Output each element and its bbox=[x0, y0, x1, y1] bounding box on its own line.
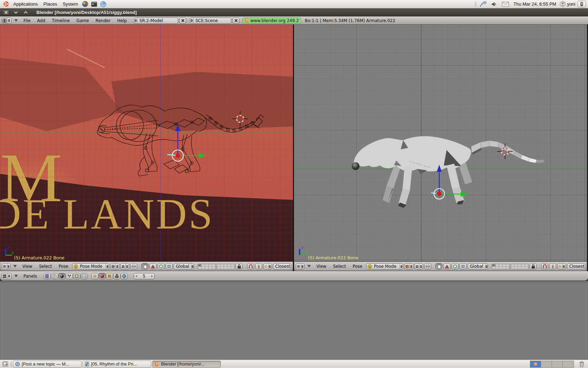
manipulator-widget-button[interactable] bbox=[424, 263, 431, 270]
menu-applications[interactable]: Applications bbox=[10, 1, 41, 7]
workspace-3[interactable] bbox=[552, 361, 563, 367]
lamp-buttons-button[interactable] bbox=[91, 273, 98, 279]
scene-context-button[interactable] bbox=[80, 273, 88, 279]
manipulator-translate-button[interactable] bbox=[149, 263, 156, 270]
terminal-launcher-icon[interactable] bbox=[91, 1, 98, 8]
screen-selector-stepper[interactable] bbox=[134, 18, 138, 23]
script-context-button[interactable] bbox=[51, 273, 58, 279]
manipulator-hand-button[interactable] bbox=[435, 263, 442, 270]
orientation-stepper[interactable] bbox=[191, 264, 194, 269]
editing-context-button[interactable] bbox=[73, 273, 80, 279]
menu-view[interactable]: View bbox=[314, 264, 329, 269]
volume-icon[interactable] bbox=[491, 1, 498, 8]
panels-menu[interactable]: Panels bbox=[21, 274, 40, 279]
logic-context-button[interactable] bbox=[44, 273, 51, 279]
snap-target-dropdown[interactable]: Closest bbox=[273, 263, 291, 270]
panel-grip[interactable] bbox=[475, 2, 476, 7]
browser-orb-launcher-icon[interactable] bbox=[100, 1, 107, 8]
ubuntu-logo-icon[interactable] bbox=[2, 1, 9, 8]
layer-buttons-group2[interactable] bbox=[217, 263, 234, 270]
window-minimize-button[interactable] bbox=[12, 9, 20, 15]
mode-dropdown[interactable]: Pose Mode bbox=[366, 263, 403, 270]
snap-magnet-button[interactable] bbox=[247, 263, 254, 270]
menu-select[interactable]: Select bbox=[330, 264, 349, 269]
pivot-stepper[interactable] bbox=[419, 264, 422, 269]
pivot-button[interactable]: Ω bbox=[414, 263, 423, 270]
lock-layers-button[interactable] bbox=[530, 263, 537, 270]
manipulator-hand-button[interactable] bbox=[141, 263, 148, 270]
manipulator-translate-button[interactable] bbox=[443, 263, 450, 270]
manipulator-rotate-button[interactable] bbox=[158, 263, 164, 270]
radiosity-buttons-button[interactable] bbox=[113, 273, 120, 279]
user-menu[interactable]: yoni bbox=[560, 1, 575, 7]
window-close-button[interactable] bbox=[2, 9, 10, 15]
taskbar-grip[interactable] bbox=[10, 362, 12, 367]
snap-target-dropdown[interactable]: Closest bbox=[567, 263, 585, 270]
taskbar-window-blender[interactable]: Blender [/home/yoni/... bbox=[152, 361, 221, 368]
header-collapse-icon[interactable] bbox=[14, 275, 18, 279]
window-type-stepper[interactable] bbox=[301, 264, 303, 269]
orientation-stepper[interactable] bbox=[485, 264, 488, 269]
window-type-3dview-button[interactable] bbox=[2, 263, 10, 270]
window-type-info-button[interactable]: i bbox=[1, 18, 12, 24]
texture-buttons-button[interactable] bbox=[106, 273, 113, 279]
menu-game[interactable]: Game bbox=[74, 18, 92, 23]
taskbar-window-forum[interactable]: [Post a new topic — M... bbox=[13, 361, 82, 368]
menu-help[interactable]: Help bbox=[114, 18, 130, 23]
frame-increment-icon[interactable] bbox=[151, 275, 153, 278]
menu-pose[interactable]: Pose bbox=[350, 264, 365, 269]
viewport-left-canvas[interactable]: M DE LANDS bbox=[0, 25, 293, 262]
window-type-buttons-button[interactable] bbox=[1, 273, 12, 279]
firefox-launcher-icon[interactable] bbox=[82, 1, 89, 8]
menu-render[interactable]: Render bbox=[93, 18, 113, 23]
screen-selector[interactable]: SR:2-Model bbox=[134, 18, 178, 24]
snap-mode-stepper[interactable] bbox=[562, 264, 565, 269]
window-maximize-button[interactable] bbox=[22, 9, 29, 15]
material-buttons-button[interactable] bbox=[99, 273, 106, 279]
menu-system[interactable]: System bbox=[60, 1, 80, 7]
menu-file[interactable]: File bbox=[21, 18, 33, 23]
tablet-pen-icon[interactable] bbox=[479, 1, 486, 8]
panel-clock[interactable]: Thu Mar 24, 6:55 PM bbox=[512, 1, 558, 7]
snap-mode-button[interactable] bbox=[557, 263, 566, 270]
menu-pose[interactable]: Pose bbox=[56, 264, 71, 269]
menu-timeline[interactable]: Timeline bbox=[49, 18, 72, 23]
shading-context-button[interactable] bbox=[58, 273, 65, 279]
mode-stepper[interactable] bbox=[400, 264, 403, 269]
menu-view[interactable]: View bbox=[20, 264, 35, 269]
screen-delete-button[interactable] bbox=[179, 18, 186, 24]
layer-buttons-group1[interactable] bbox=[492, 263, 510, 270]
header-collapse-icon[interactable] bbox=[13, 265, 17, 269]
manipulator-widget-button[interactable] bbox=[130, 263, 137, 270]
object-context-button[interactable] bbox=[66, 273, 73, 279]
snap-mode-button[interactable] bbox=[263, 263, 272, 270]
pivot-stepper[interactable] bbox=[125, 264, 128, 269]
layer-buttons-group2[interactable] bbox=[511, 263, 528, 270]
frame-number-field[interactable]: 5 bbox=[134, 273, 155, 279]
menu-select[interactable]: Select bbox=[36, 264, 55, 269]
menu-places[interactable]: Places bbox=[41, 1, 60, 7]
orientation-dropdown[interactable]: Global bbox=[468, 263, 488, 270]
scene-selector[interactable]: SCE:Scene bbox=[190, 18, 231, 24]
manipulator-rotate-button[interactable] bbox=[451, 263, 458, 270]
header-collapse-icon[interactable] bbox=[14, 19, 18, 23]
scene-selector-stepper[interactable] bbox=[190, 18, 194, 23]
orientation-dropdown[interactable]: Global bbox=[174, 263, 194, 270]
buttons-window-body[interactable] bbox=[0, 281, 588, 360]
draw-type-stepper[interactable] bbox=[410, 264, 412, 269]
workspace-4[interactable] bbox=[563, 361, 574, 367]
mode-stepper[interactable] bbox=[106, 264, 109, 269]
render-border-button[interactable] bbox=[549, 263, 556, 270]
session-power-button[interactable] bbox=[578, 1, 586, 7]
snap-mode-stepper[interactable] bbox=[268, 264, 271, 269]
window-type-3dview-button[interactable] bbox=[296, 263, 304, 270]
scene-delete-button[interactable] bbox=[232, 18, 239, 24]
draw-type-button[interactable] bbox=[110, 263, 119, 270]
workspace-1[interactable] bbox=[530, 361, 541, 367]
layer-buttons-group1[interactable] bbox=[198, 263, 216, 270]
window-type-stepper[interactable] bbox=[7, 18, 10, 23]
world-buttons-button[interactable] bbox=[121, 273, 128, 279]
viewport-right-canvas[interactable]: z y (5) Armature.022 Bone bbox=[294, 25, 587, 262]
pivot-button[interactable]: Ω bbox=[120, 263, 129, 270]
render-border-button[interactable] bbox=[255, 263, 262, 270]
